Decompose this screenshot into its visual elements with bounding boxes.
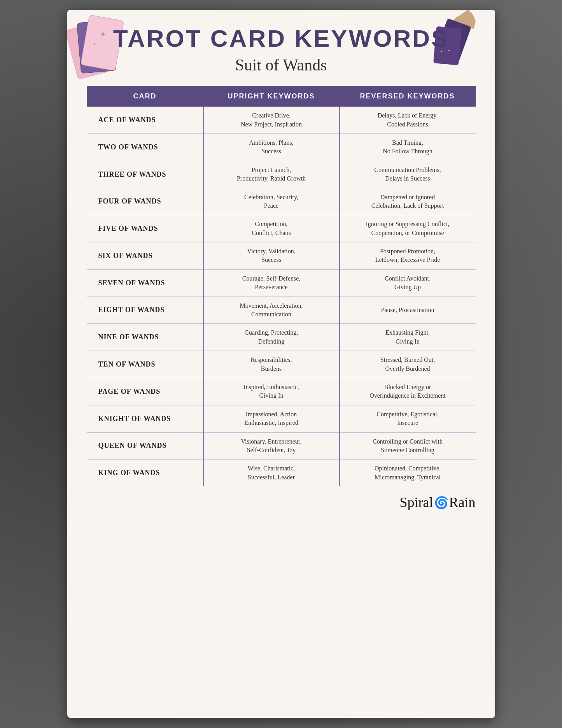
reversed-keywords: Stressed, Burned Out, Overtly Burdened: [340, 351, 476, 378]
col-header-card: CARD: [87, 86, 203, 107]
page-subtitle: Suit of Wands: [87, 56, 476, 74]
upright-keywords: Wise, Charismatic, Successful, Leader: [203, 460, 340, 486]
card-name: PAGE OF WANDS: [87, 378, 203, 405]
card-name: SEVEN OF WANDS: [87, 269, 203, 296]
table-row: SEVEN OF WANDSCourage, Self-Defense, Per…: [87, 269, 476, 296]
card-name: TWO OF WANDS: [87, 133, 203, 161]
card-name: QUEEN OF WANDS: [87, 432, 203, 460]
table-row: TEN OF WANDSResponsibilities, BurdensStr…: [87, 351, 476, 378]
table-row: FIVE OF WANDSCompetition, Conflict, Chao…: [87, 215, 476, 242]
reversed-keywords: Competitive, Egotistical, Insecure: [340, 405, 476, 432]
col-header-reversed: REVERSED KEYWORDS: [340, 86, 476, 107]
card-name: FIVE OF WANDS: [87, 215, 203, 242]
upright-keywords: Victory, Validation, Success: [203, 242, 340, 270]
upright-keywords: Creative Drive, New Project, Inspiration: [203, 107, 340, 133]
reversed-keywords: Bad Timing, No Follow Through: [340, 133, 476, 161]
reversed-keywords: Communication Problems, Delays in Succes…: [340, 161, 476, 188]
page-title: TAROT CARD KEYWORDS: [87, 25, 476, 52]
footer-brand: Spiral🌀Rain: [87, 494, 476, 510]
card-name: FOUR OF WANDS: [87, 188, 203, 215]
upright-keywords: Guarding, Protecting, Defending: [203, 324, 340, 351]
table-header-row: CARD UPRIGHT KEYWORDS REVERSED KEYWORDS: [87, 86, 476, 107]
table-row: TWO OF WANDSAmbitions, Plans, SuccessBad…: [87, 133, 476, 161]
card-name: EIGHT OF WANDS: [87, 296, 203, 324]
table-row: THREE OF WANDSProject Launch, Productivi…: [87, 161, 476, 188]
reversed-keywords: Postponed Promotion, Letdown, Excessive …: [340, 242, 476, 270]
reversed-keywords: Opinionated, Competitive, Micromanaging,…: [340, 460, 476, 486]
card-name: ACE OF WANDS: [87, 107, 203, 133]
header: TAROT CARD KEYWORDS Suit of Wands: [87, 25, 476, 74]
card-name: TEN OF WANDS: [87, 351, 203, 378]
reversed-keywords: Blocked Energy or Overindulgence in Exci…: [340, 378, 476, 405]
reversed-keywords: Delays, Lack of Energy, Cooled Passions: [340, 107, 476, 133]
table-row: FOUR OF WANDSCelebration, Security, Peac…: [87, 188, 476, 215]
brand-logo: Spiral🌀Rain: [400, 494, 476, 510]
upright-keywords: Impassioned, Action Enthusiastic, Inspir…: [203, 405, 340, 432]
brand-icon: 🌀: [434, 496, 448, 509]
col-header-upright: UPRIGHT KEYWORDS: [203, 86, 340, 107]
upright-keywords: Movement, Acceleration, Communication: [203, 296, 340, 324]
upright-keywords: Competition, Conflict, Chaos: [203, 215, 340, 242]
reversed-keywords: Pause, Procastination: [340, 296, 476, 324]
reversed-keywords: Controlling or Conflict with Someone Con…: [340, 432, 476, 460]
upright-keywords: Project Launch, Productivity, Rapid Grow…: [203, 161, 340, 188]
table-row: ACE OF WANDSCreative Drive, New Project,…: [87, 107, 476, 133]
upright-keywords: Celebration, Security, Peace: [203, 188, 340, 215]
table-row: KNIGHT OF WANDSImpassioned, Action Enthu…: [87, 405, 476, 432]
upright-keywords: Ambitions, Plans, Success: [203, 133, 340, 161]
reversed-keywords: Ignoring or Suppressing Conflict, Cooper…: [340, 215, 476, 242]
card-name: SIX OF WANDS: [87, 242, 203, 270]
upright-keywords: Visionary, Entrepreneur, Self-Confident,…: [203, 432, 340, 460]
brand-text-rain: Rain: [449, 494, 476, 510]
card-name: THREE OF WANDS: [87, 161, 203, 188]
page-container: ✦ ✦ ✦ ✦ ✦ ✦ ✦ ✦ ✦ ✦ TAROT CARD KEYWORDS …: [67, 10, 495, 718]
table-row: NINE OF WANDSGuarding, Protecting, Defen…: [87, 324, 476, 351]
table-row: KING OF WANDSWise, Charismatic, Successf…: [87, 460, 476, 486]
card-name: KNIGHT OF WANDS: [87, 405, 203, 432]
upright-keywords: Inspired, Enthusiastic, Giving In: [203, 378, 340, 405]
upright-keywords: Responsibilities, Burdens: [203, 351, 340, 378]
upright-keywords: Courage, Self-Defense, Perseverance: [203, 269, 340, 296]
card-name: NINE OF WANDS: [87, 324, 203, 351]
table-row: SIX OF WANDSVictory, Validation, Success…: [87, 242, 476, 270]
table-row: EIGHT OF WANDSMovement, Acceleration, Co…: [87, 296, 476, 324]
brand-text-spiral: Spiral: [400, 494, 433, 510]
table-row: PAGE OF WANDSInspired, Enthusiastic, Giv…: [87, 378, 476, 405]
reversed-keywords: Exhausting Fight, Giving In: [340, 324, 476, 351]
card-name: KING OF WANDS: [87, 460, 203, 486]
keyword-table: CARD UPRIGHT KEYWORDS REVERSED KEYWORDS …: [87, 86, 476, 486]
reversed-keywords: Conflict Avoidant, Giving Up: [340, 269, 476, 296]
table-row: QUEEN OF WANDSVisionary, Entrepreneur, S…: [87, 432, 476, 460]
reversed-keywords: Dampened or Ignored Celebration, Lack of…: [340, 188, 476, 215]
